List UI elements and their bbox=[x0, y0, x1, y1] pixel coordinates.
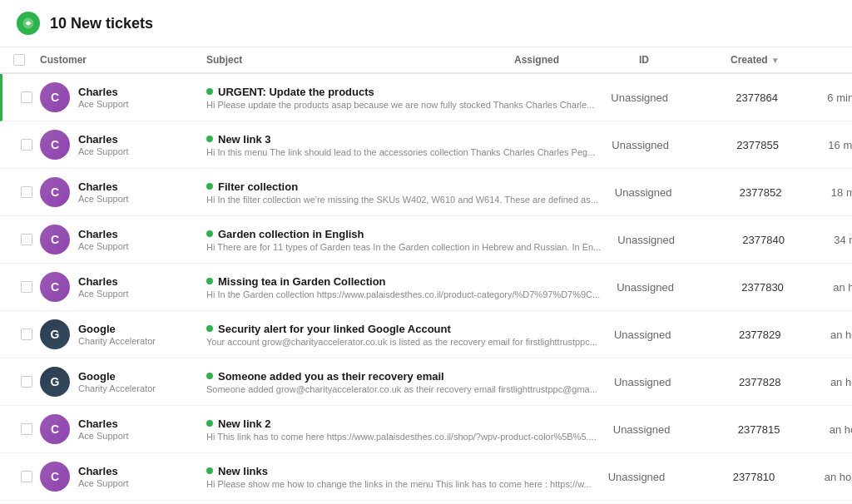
subject-preview: Hi Please update the products asap becau… bbox=[206, 100, 594, 110]
customer-name: Google bbox=[78, 323, 156, 335]
id-header: ID bbox=[639, 54, 731, 66]
avatar: C bbox=[40, 82, 70, 112]
table-row[interactable]: C Charles Ace Support New link 3 Hi In t… bbox=[0, 121, 852, 169]
row-checkbox-cell bbox=[13, 281, 40, 293]
customer-info: Charles Ace Support bbox=[78, 418, 129, 441]
subject-preview: Hi Please show me how to change the link… bbox=[206, 479, 592, 489]
status-dot bbox=[206, 373, 213, 379]
table-row[interactable]: C Charles Ace Support URGENT: Update the… bbox=[0, 74, 852, 121]
subject-cell: Someone added you as their recovery emai… bbox=[206, 370, 614, 394]
avatar: G bbox=[40, 367, 70, 397]
subject-text: Garden collection in English bbox=[218, 228, 364, 240]
subject-title: New link 2 bbox=[206, 418, 597, 430]
table-row[interactable]: C Charles Ace Support New link 2 Hi This… bbox=[0, 406, 852, 453]
avatar: C bbox=[40, 177, 70, 207]
customer-org: Ace Support bbox=[78, 194, 129, 204]
customer-cell: C Charles Ace Support bbox=[40, 462, 206, 492]
checkbox-header bbox=[13, 54, 40, 66]
assigned-cell: Unassigned bbox=[615, 186, 740, 199]
ticket-id: 2377815 bbox=[738, 423, 830, 436]
customer-info: Google Charity Accelerator bbox=[78, 370, 156, 393]
subject-text: Missing tea in Garden Collection bbox=[218, 275, 386, 288]
subject-preview: Hi In the filter collection we're missin… bbox=[206, 195, 598, 205]
customer-info: Charles Ace Support bbox=[78, 228, 129, 251]
customer-cell: C Charles Ace Support bbox=[40, 177, 206, 207]
customer-cell: C Charles Ace Support bbox=[40, 225, 206, 254]
subject-text: New link 2 bbox=[218, 418, 271, 430]
subject-title: Filter collection bbox=[206, 180, 598, 193]
customer-info: Charles Ace Support bbox=[78, 86, 129, 109]
created-cell: 18 minutes ago bbox=[831, 186, 852, 199]
row-checkbox[interactable] bbox=[21, 91, 32, 103]
subject-text: Someone added you as their recovery emai… bbox=[218, 370, 444, 383]
select-all-checkbox[interactable] bbox=[13, 54, 25, 66]
assigned-header: Assigned bbox=[514, 54, 639, 66]
customer-org: Ace Support bbox=[78, 431, 129, 441]
row-checkbox-cell bbox=[13, 139, 40, 151]
ticket-id: 2377840 bbox=[742, 234, 834, 246]
page-title: 10 New tickets bbox=[50, 15, 153, 32]
subject-cell: New link 2 Hi This link has to come here… bbox=[206, 418, 613, 442]
row-checkbox[interactable] bbox=[21, 139, 32, 151]
subject-header: Subject bbox=[206, 54, 514, 66]
ticket-id: 2377829 bbox=[739, 329, 830, 341]
row-checkbox-cell bbox=[13, 376, 40, 388]
row-checkbox[interactable] bbox=[21, 376, 32, 388]
customer-cell: C Charles Ace Support bbox=[40, 82, 206, 112]
status-dot bbox=[206, 420, 213, 427]
customer-name: Charles bbox=[78, 418, 129, 430]
subject-preview: Hi There are for 11 types of Garden teas… bbox=[206, 242, 601, 252]
customer-name: Google bbox=[78, 370, 156, 383]
subject-text: Security alert for your linked Google Ac… bbox=[218, 323, 451, 335]
status-dot bbox=[206, 278, 213, 284]
assigned-cell: Unassigned bbox=[614, 376, 739, 388]
row-checkbox-cell bbox=[13, 423, 40, 435]
customer-org: Ace Support bbox=[78, 289, 129, 299]
table-row[interactable]: C Charles Ace Support Missing tea in Gar… bbox=[0, 264, 852, 311]
row-checkbox-cell bbox=[13, 471, 40, 482]
row-checkbox[interactable] bbox=[21, 329, 32, 340]
subject-text: URGENT: Update the products bbox=[218, 86, 374, 98]
customer-info: Google Charity Accelerator bbox=[78, 323, 156, 346]
table-row[interactable]: C Charles Ace Support New links Hi Pleas… bbox=[0, 453, 852, 501]
customer-name: Charles bbox=[78, 180, 129, 193]
customer-org: Charity Accelerator bbox=[78, 383, 156, 393]
customer-info: Charles Ace Support bbox=[78, 465, 129, 488]
status-dot bbox=[206, 230, 213, 237]
assigned-cell: Unassigned bbox=[608, 471, 733, 483]
table-row[interactable]: G Google Charity Accelerator Security al… bbox=[0, 311, 852, 358]
subject-preview: Hi This link has to come here https://ww… bbox=[206, 432, 597, 442]
assigned-cell: Unassigned bbox=[612, 139, 736, 151]
row-checkbox[interactable] bbox=[21, 234, 32, 245]
avatar: C bbox=[40, 462, 70, 492]
status-dot bbox=[206, 467, 213, 474]
created-cell: an hour ago bbox=[830, 376, 852, 388]
subject-preview: Your account grow@charityaccelerator.co.… bbox=[206, 337, 597, 347]
subject-preview: Someone added grow@charityaccelerator.co… bbox=[206, 384, 597, 394]
row-checkbox[interactable] bbox=[21, 423, 32, 435]
assigned-cell: Unassigned bbox=[617, 281, 741, 294]
subject-text: New links bbox=[218, 465, 268, 477]
subject-cell: Filter collection Hi In the filter colle… bbox=[206, 180, 615, 205]
ticket-id: 2377828 bbox=[739, 376, 830, 388]
customer-org: Ace Support bbox=[78, 99, 129, 109]
created-header: Created ▼ bbox=[731, 54, 839, 66]
logo-icon bbox=[22, 17, 35, 30]
table-row[interactable]: C Charles Ace Support Filter collection … bbox=[0, 169, 852, 216]
row-checkbox[interactable] bbox=[21, 471, 32, 482]
subject-title: URGENT: Update the products bbox=[206, 86, 594, 98]
created-cell: 16 minutes ago bbox=[828, 139, 852, 151]
table-row[interactable]: C Charles Ace Support Garden collection … bbox=[0, 216, 852, 264]
customer-name: Charles bbox=[78, 228, 129, 240]
row-checkbox[interactable] bbox=[21, 186, 32, 198]
tickets-table: Customer Subject Assigned ID Created ▼ C… bbox=[0, 47, 852, 501]
customer-cell: C Charles Ace Support bbox=[40, 130, 206, 160]
subject-cell: New links Hi Please show me how to chang… bbox=[206, 465, 608, 489]
tickets-list: C Charles Ace Support URGENT: Update the… bbox=[0, 74, 852, 501]
created-cell: an hour ago bbox=[833, 281, 852, 294]
subject-cell: Garden collection in English Hi There ar… bbox=[206, 228, 617, 252]
avatar: G bbox=[40, 319, 70, 349]
row-checkbox-cell bbox=[13, 234, 40, 245]
row-checkbox[interactable] bbox=[21, 281, 32, 293]
table-row[interactable]: G Google Charity Accelerator Someone add… bbox=[0, 358, 852, 406]
